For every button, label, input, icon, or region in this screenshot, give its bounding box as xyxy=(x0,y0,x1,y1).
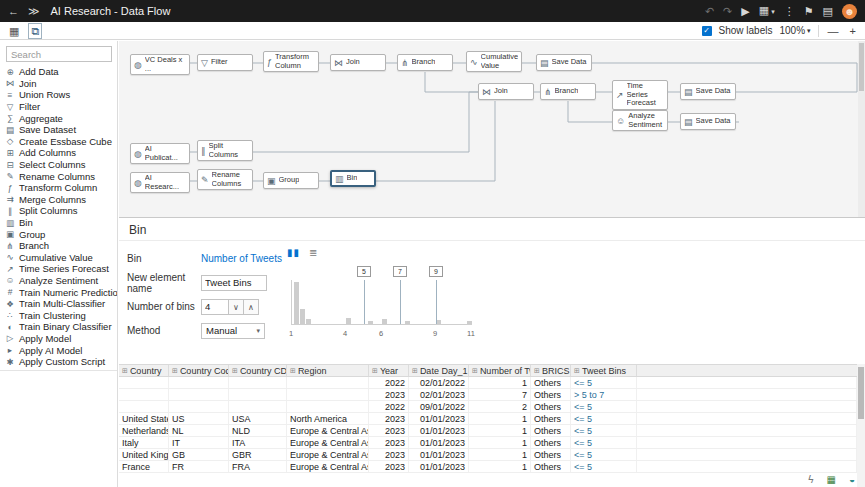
column-header-country-code[interactable]: ⊞Country Code xyxy=(169,365,229,376)
export-icon[interactable]: ▦ xyxy=(827,474,836,485)
new-element-name-input[interactable] xyxy=(201,275,267,291)
table-scrollbar[interactable] xyxy=(857,364,865,487)
column-header-date-day-1[interactable]: ⊞Date Day_1 xyxy=(409,365,469,376)
table-row[interactable]: FranceFRFRAEurope & Central Asia202301/0… xyxy=(119,461,857,473)
view-switcher[interactable]: ▦▾ xyxy=(759,0,775,23)
node-save-data[interactable]: ▤Save Data xyxy=(536,54,592,71)
table-row[interactable]: 202209/01/20222Others<= 5 xyxy=(119,401,857,413)
feedback-icon[interactable]: ◒ xyxy=(849,474,855,485)
zoom-in-button[interactable]: + xyxy=(848,25,858,37)
column-header-tweet-bins[interactable]: ⊞Tweet Bins xyxy=(571,365,637,376)
sidebar-item-create-essbase-cube[interactable]: ◇Create Essbase Cube xyxy=(0,136,117,148)
node-ai-researc[interactable]: ◍AI Researc... xyxy=(130,172,190,193)
column-header-brics[interactable]: ⊞BRICS xyxy=(531,365,571,376)
table-row[interactable]: United StatesUSUSANorth America202301/01… xyxy=(119,413,857,425)
canvas-scrollbar[interactable] xyxy=(858,41,865,217)
number-of-bins-stepper[interactable]: ∨ ∧ xyxy=(201,299,259,315)
sidebar-item-time-series-forecast[interactable]: ↗Time Series Forecast xyxy=(0,263,117,275)
zoom-out-button[interactable]: — xyxy=(826,25,841,37)
bin-boundary-handle[interactable]: 5 xyxy=(357,266,371,277)
table-row[interactable]: United KingdomGBGBREurope & Central Asia… xyxy=(119,449,857,461)
expand-panels-icon[interactable]: ≫ xyxy=(28,0,40,22)
table-scrollbar-thumb[interactable] xyxy=(858,367,864,419)
sidebar-item-aggregate[interactable]: ∑Aggregate xyxy=(0,112,117,124)
flow-diagram-tab-icon[interactable]: ⧉ xyxy=(28,23,42,39)
sidebar-item-add-data[interactable]: ⊕Add Data xyxy=(0,66,117,78)
column-header-country-cd[interactable]: ⊞Country CD xyxy=(229,365,287,376)
node-ai-publicat[interactable]: ◍AI Publicat... xyxy=(130,143,190,164)
bin-column-link[interactable]: Number of Tweets xyxy=(201,253,282,264)
sidebar-item-branch[interactable]: ⋔Branch xyxy=(0,240,117,252)
bin-boundary-line[interactable] xyxy=(364,280,365,324)
sidebar-item-split-columns[interactable]: ∥Split Columns xyxy=(0,205,117,217)
bin-boundary-handle[interactable]: 7 xyxy=(393,266,407,277)
sidebar-item-add-columns[interactable]: ⊞Add Columns xyxy=(0,147,117,159)
sidebar-item-group[interactable]: ▣Group xyxy=(0,228,117,240)
node-filter[interactable]: ▽Filter xyxy=(197,54,253,71)
increment-icon[interactable]: ∧ xyxy=(244,299,259,315)
column-header-number-of-twe[interactable]: ⊞Number of Twe... xyxy=(469,365,531,376)
sidebar-item-transform-column[interactable]: ƒTransform Column xyxy=(0,182,117,194)
column-header-region[interactable]: ⊞Region xyxy=(287,365,369,376)
sidebar-item-save-dataset[interactable]: ▤Save Dataset xyxy=(0,124,117,136)
method-select[interactable]: Manual ▾ xyxy=(201,323,265,339)
sidebar-item-union-rows[interactable]: ≡Union Rows xyxy=(0,89,117,101)
list-view-icon[interactable]: ≣ xyxy=(309,247,317,258)
node-time-series-forecast[interactable]: ↗Time Series Forecast xyxy=(612,80,668,110)
sidebar-item-apply-ai-model[interactable]: ▸Apply AI Model xyxy=(0,344,117,356)
run-dataflow-icon[interactable]: ▶ xyxy=(741,0,749,22)
sidebar-item-filter[interactable]: ▽Filter xyxy=(0,101,117,113)
bookmark-icon[interactable]: ⚑ xyxy=(804,0,814,22)
avatar[interactable]: ☻ xyxy=(842,4,857,19)
sidebar-item-select-columns[interactable]: ⊟Select Columns xyxy=(0,159,117,171)
canvas-scrollbar-thumb[interactable] xyxy=(859,43,864,91)
undo-icon[interactable]: ↶ xyxy=(705,0,714,22)
bin-boundary-handle[interactable]: 9 xyxy=(429,266,443,277)
node-transform-column[interactable]: ƒTransform Column xyxy=(263,51,319,72)
column-header-year[interactable]: ⊞Year xyxy=(369,365,409,376)
bins-count-input[interactable] xyxy=(201,299,229,315)
node-branch[interactable]: ⋔Branch xyxy=(540,83,596,100)
sidebar-item-merge-columns[interactable]: ⇉Merge Columns xyxy=(0,194,117,206)
node-join[interactable]: ⋈Join xyxy=(330,54,386,71)
sidebar-item-cumulative-value[interactable]: ∿Cumulative Value xyxy=(0,252,117,264)
sidebar-item-train-binary-classifier[interactable]: ◐Train Binary Classifier xyxy=(0,321,117,333)
insights-icon[interactable]: ϟ xyxy=(808,474,813,485)
node-save-data[interactable]: ▤Save Data xyxy=(680,113,736,130)
more-menu-icon[interactable]: ⋮ xyxy=(784,0,795,22)
sidebar-item-apply-custom-script[interactable]: ✱Apply Custom Script xyxy=(0,356,117,368)
bin-boundary-line[interactable] xyxy=(400,280,401,324)
sidebar-item-analyze-sentiment[interactable]: ☺Analyze Sentiment xyxy=(0,275,117,287)
sidebar-item-train-clustering[interactable]: ∴Train Clustering xyxy=(0,309,117,321)
chart-view-icon[interactable]: ▮▮ xyxy=(287,247,300,258)
table-row[interactable]: 202302/01/20237Others> 5 to 7 xyxy=(119,389,857,401)
node-vc-deals-x[interactable]: ◍VC Deals x ... xyxy=(130,54,190,75)
sidebar-item-join[interactable]: ⋈Join xyxy=(0,78,117,90)
sidebar-item-train-numeric-prediction[interactable]: #Train Numeric Prediction xyxy=(0,286,117,298)
decrement-icon[interactable]: ∨ xyxy=(229,299,244,315)
node-rename-columns[interactable]: ✎Rename Columns xyxy=(197,169,253,190)
node-analyze-sentiment[interactable]: ☺Analyze Sentiment xyxy=(612,110,668,131)
flow-canvas[interactable]: ◍VC Deals x ...▽FilterƒTransform Column⋈… xyxy=(119,41,865,218)
column-header-country[interactable]: ⊞Country xyxy=(119,365,169,376)
zoom-select[interactable]: 100%▾ xyxy=(779,25,810,36)
table-row[interactable]: 202202/01/20221Others<= 5 xyxy=(119,377,857,389)
search-input[interactable] xyxy=(6,46,112,62)
table-row[interactable]: NetherlandsNLNLDEurope & Central Asia202… xyxy=(119,425,857,437)
node-bin[interactable]: ▥Bin xyxy=(330,170,376,187)
sidebar-item-rename-columns[interactable]: ✎Rename Columns xyxy=(0,170,117,182)
node-branch[interactable]: ⋔Branch xyxy=(397,54,453,71)
back-icon[interactable]: ← xyxy=(8,0,19,22)
node-join[interactable]: ⋈Join xyxy=(478,83,534,100)
sidebar-item-bin[interactable]: ▥Bin xyxy=(0,217,117,229)
redo-icon[interactable]: ↷ xyxy=(723,0,732,22)
data-preview-tab-icon[interactable]: ▦ xyxy=(7,24,21,38)
bin-boundary-line[interactable] xyxy=(436,280,437,324)
node-group[interactable]: ▣Group xyxy=(263,172,319,189)
show-labels-checkbox[interactable]: ✓ xyxy=(702,26,712,36)
sidebar-item-train-multi-classifier[interactable]: ❖Train Multi-Classifier xyxy=(0,298,117,310)
node-save-data[interactable]: ▤Save Data xyxy=(680,83,736,100)
node-split-columns[interactable]: ∥Split Columns xyxy=(197,140,253,161)
table-row[interactable]: ItalyITITAEurope & Central Asia202301/01… xyxy=(119,437,857,449)
sidebar-item-apply-model[interactable]: ▷Apply Model xyxy=(0,333,117,345)
